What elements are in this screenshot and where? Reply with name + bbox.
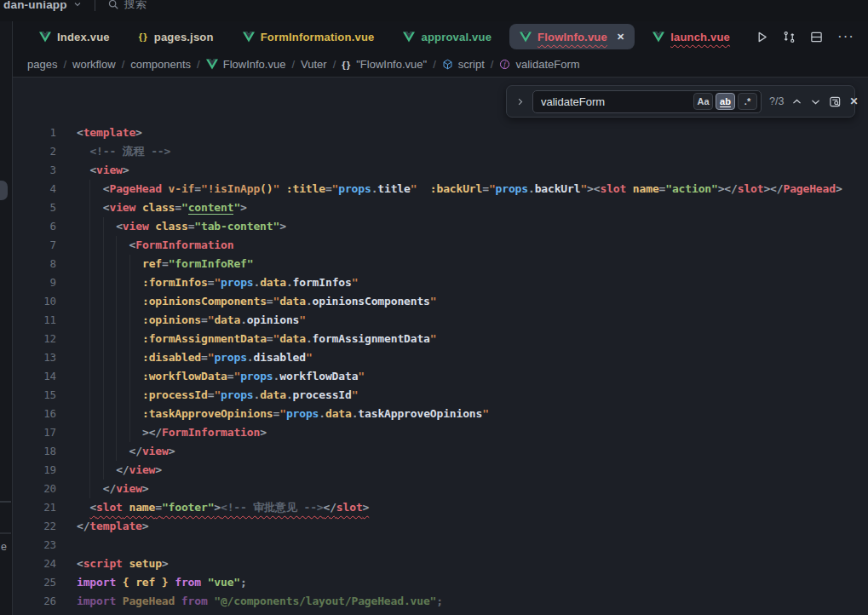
code-line[interactable]: 12:formAssignmentData="data.formAssignme…	[13, 330, 868, 348]
symbol-module-icon	[442, 59, 453, 70]
find-input[interactable]: Aa ab .*	[532, 90, 762, 113]
code-line[interactable]: 23	[13, 536, 868, 555]
code-line[interactable]: 4<PageHead v-if="!isInApp()" :title="pro…	[13, 180, 868, 198]
line-number[interactable]: 11	[13, 311, 56, 330]
chevron-down-icon[interactable]	[72, 0, 83, 9]
line-number[interactable]: 18	[13, 442, 56, 461]
regex-button[interactable]: .*	[738, 93, 757, 110]
breadcrumb-item--flowinfo-vue-[interactable]: {}"FlowInfo.vue"	[342, 58, 427, 71]
breadcrumb-separator: /	[491, 58, 494, 71]
line-number[interactable]: 24	[13, 555, 56, 573]
tab-forminformation-vue[interactable]: FormInformation.vue	[228, 21, 389, 52]
code-line[interactable]: 18</view>	[13, 442, 868, 461]
breadcrumb-separator: /	[122, 58, 125, 71]
line-number[interactable]: 16	[13, 405, 56, 423]
code-line[interactable]: 11:opinions="data.opinions"	[13, 311, 868, 330]
close-icon[interactable]: ✕	[617, 32, 624, 43]
tab-index-vue[interactable]: Index.vue	[25, 21, 124, 52]
code-text: :workflowData="props.workflowData"	[77, 367, 365, 386]
code-line[interactable]: 10:opinionsComponents="data.opinionsComp…	[13, 292, 868, 311]
line-number[interactable]: 12	[13, 330, 56, 348]
compare-changes-icon[interactable]	[783, 31, 796, 43]
whole-word-button[interactable]: ab	[716, 93, 735, 110]
code-line[interactable]: 8ref="formInfoRef"	[13, 255, 868, 273]
code-line[interactable]: 22</template>	[13, 517, 868, 536]
line-number[interactable]: 2	[13, 142, 56, 161]
code-text: :taskApproveOpinions="props.data.taskApp…	[77, 405, 489, 423]
line-number[interactable]: 26	[13, 592, 56, 611]
run-icon[interactable]	[756, 31, 768, 43]
close-find-icon[interactable]: ✕	[849, 95, 858, 107]
line-number[interactable]: 15	[13, 386, 56, 405]
line-number[interactable]: 10	[13, 292, 56, 311]
code-line[interactable]: 25import { ref } from "vue";	[13, 573, 868, 592]
find-in-selection-icon[interactable]	[829, 95, 842, 108]
line-number[interactable]: 19	[13, 461, 56, 480]
breadcrumb-item-vuter[interactable]: Vuter	[301, 58, 327, 71]
line-number[interactable]: 3	[13, 161, 56, 180]
breadcrumb-item-validateform[interactable]: fvalidateForm	[499, 58, 579, 71]
code-text: <FormInformation	[77, 236, 233, 255]
more-actions-icon[interactable]: ···	[837, 32, 854, 41]
breadcrumb-item-flowinfo-vue[interactable]: FlowInfo.vue	[206, 58, 286, 71]
breadcrumb-separator: /	[63, 58, 66, 71]
breadcrumb-item-script[interactable]: script	[442, 58, 485, 71]
line-number[interactable]: 8	[13, 255, 56, 273]
line-number[interactable]: 25	[13, 573, 56, 592]
find-query-input[interactable]	[541, 95, 691, 108]
line-number[interactable]: 17	[13, 423, 56, 442]
tab-flowinfo-vue[interactable]: FlowInfo.vue✕	[509, 24, 635, 49]
line-number[interactable]: 5	[13, 198, 56, 217]
line-number[interactable]: 20	[13, 480, 56, 498]
code-line[interactable]: 2<!-- 流程 -->	[13, 142, 868, 161]
breadcrumb-item-components[interactable]: components	[130, 58, 191, 71]
breadcrumb-label: script	[458, 58, 485, 71]
line-number[interactable]: 6	[13, 217, 56, 236]
breadcrumb-item-pages[interactable]: pages	[27, 58, 57, 71]
search-icon[interactable]	[107, 0, 119, 10]
line-number[interactable]: 23	[13, 536, 56, 555]
next-match-icon[interactable]	[810, 96, 821, 107]
code-line[interactable]: 7<FormInformation	[13, 236, 868, 255]
code-line[interactable]: 5<view class="content">	[13, 198, 868, 217]
split-editor-icon[interactable]	[810, 31, 823, 43]
tab-approval-vue[interactable]: approval.vue	[388, 21, 506, 52]
breadcrumb-label: components	[130, 58, 191, 71]
project-name[interactable]: dan-uniapp	[3, 0, 67, 11]
code-line[interactable]: 15:processId="props.data.processId"	[13, 386, 868, 405]
tab-launch-vue[interactable]: launch.vue	[638, 21, 744, 52]
line-number[interactable]: 4	[13, 180, 56, 198]
code-line[interactable]: 26import PageHead from "@/components/lay…	[13, 592, 868, 611]
line-number[interactable]: 1	[13, 124, 56, 142]
code-line[interactable]: 13:disabled="props.disabled"	[13, 348, 868, 367]
tab-label: approval.vue	[421, 31, 491, 43]
line-number[interactable]: 13	[13, 348, 56, 367]
code-line[interactable]: 1<template>	[13, 124, 868, 142]
breadcrumb-item-workflow[interactable]: workflow	[72, 58, 116, 71]
line-number[interactable]: 7	[13, 236, 56, 255]
code-line[interactable]: 19</view>	[13, 461, 868, 480]
code-line[interactable]: 16:taskApproveOpinions="props.data.taskA…	[13, 405, 868, 423]
line-number[interactable]: 22	[13, 517, 56, 536]
match-case-button[interactable]: Aa	[693, 93, 713, 110]
code-text: :disabled="props.disabled"	[77, 348, 313, 367]
line-number[interactable]: 9	[13, 273, 56, 292]
line-number[interactable]: 21	[13, 498, 56, 517]
code-line[interactable]: 17></FormInformation>	[13, 423, 868, 442]
code-line[interactable]: 24<script setup>	[13, 555, 868, 573]
code-line[interactable]: 20</view>	[13, 480, 868, 498]
code-line[interactable]: 9:formInfos="props.data.formInfos"	[13, 273, 868, 292]
code-text: </view>	[77, 442, 175, 461]
code-line[interactable]: 14:workflowData="props.workflowData"	[13, 367, 868, 386]
editor-pane[interactable]: 1<template>2<!-- 流程 -->3<view>4<PageHead…	[13, 77, 868, 615]
tab-pages-json[interactable]: {}pages.json	[124, 21, 228, 52]
code-text: ></FormInformation>	[77, 423, 267, 442]
code-line[interactable]: 3<view>	[13, 161, 868, 180]
previous-match-icon[interactable]	[791, 96, 802, 107]
global-search-label[interactable]: 搜索	[124, 0, 147, 12]
code-line[interactable]: 21<slot name="footer"><!-- 审批意见 --></slo…	[13, 498, 868, 517]
code-text: <view>	[77, 161, 129, 180]
code-line[interactable]: 6<view class="tab-content">	[13, 217, 868, 236]
toggle-replace-icon[interactable]	[515, 97, 525, 106]
line-number[interactable]: 14	[13, 367, 56, 386]
